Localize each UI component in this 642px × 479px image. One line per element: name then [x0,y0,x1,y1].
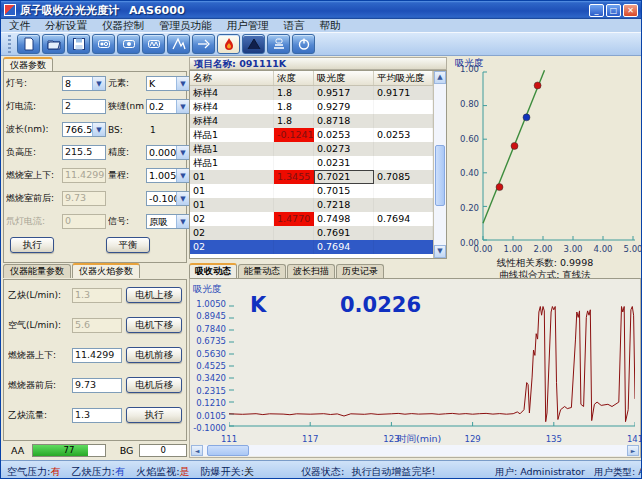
absorbance-peak-icon[interactable] [242,34,265,54]
lamp-current-input[interactable]: 2 [62,99,106,114]
calibration-panel: 吸光度 1.000.800.600.400.200.00 0.001.002.0… [449,57,641,281]
chevron-down-icon[interactable]: ▼ [176,215,189,228]
tab-energy-dynamics[interactable]: 能量动态 [238,264,286,278]
energy-icon[interactable] [142,34,165,54]
table-cell-name: 02 [190,240,274,254]
aa-label: AA [11,445,24,456]
app-icon [4,4,16,16]
chart-horizontal-scrollbar[interactable]: ◄ ► [191,445,639,456]
wavelength-peak-icon[interactable] [167,34,190,54]
range-label: 量程: [108,169,144,182]
col-name[interactable]: 名称 [190,71,274,85]
signal-select[interactable]: 原吸▼ [146,214,190,229]
table-cell-avg-absorbance: 0.0253 [374,128,433,142]
table-row[interactable]: 标样41.80.95170.9171 [190,86,433,100]
table-row[interactable]: 020.7694 [190,240,433,254]
save-icon[interactable] [67,34,90,54]
hv-input[interactable]: 215.5 [62,145,106,160]
chevron-down-icon[interactable]: ▼ [92,123,105,136]
application-window: 原子吸收分光光度计 AAS6000 _ □ ✕ 文件 分析设置 仪器控制 管理员… [0,0,642,479]
bg-label: BG [120,445,134,456]
instrument-params-panel: 灯号: 8▼ 元素: K▼ 灯电流: 2 狭缝(nm): 0.2▼ 波长(nm)… [3,71,187,263]
table-cell-concentration [274,184,314,198]
menu-help[interactable]: 帮助 [320,19,341,33]
motor-up-button[interactable]: 电机上移 [126,287,182,303]
motor-back-button[interactable]: 电机后移 [126,377,182,393]
maximize-button[interactable]: □ [606,4,621,17]
table-row[interactable]: 011.34550.70210.7085 [190,170,433,184]
col-absorbance[interactable]: 吸光度 [314,71,374,85]
precision-select[interactable]: 0.0000▼ [146,145,190,160]
menu-analysis-settings[interactable]: 分析设置 [45,19,87,33]
table-cell-concentration: -0.1241 [274,128,314,142]
title-bar: 原子吸收分光光度计 AAS6000 _ □ ✕ [1,1,641,19]
balance-button[interactable]: 平衡 [106,237,150,253]
col-concentration[interactable]: 浓度 [274,71,314,85]
toolbar-grip[interactable] [8,35,11,53]
scrollbar-thumb[interactable] [435,145,445,206]
tab-absorption-dynamics[interactable]: 吸收动态 [189,263,237,278]
table-row[interactable]: 010.7015 [190,184,433,198]
open-folder-icon[interactable] [42,34,65,54]
scroll-right-icon[interactable]: ► [627,445,639,456]
scroll-left-icon[interactable]: ◄ [191,445,203,456]
scrollbar-thumb[interactable] [207,445,249,456]
lamp-icon[interactable] [92,34,115,54]
lamp-no-select[interactable]: 8▼ [62,76,106,91]
element-select[interactable]: K▼ [146,76,190,91]
chevron-down-icon[interactable]: ▼ [176,100,189,113]
chevron-down-icon[interactable]: ▼ [176,192,189,205]
flame-icon[interactable] [217,34,240,54]
new-file-icon[interactable] [17,34,40,54]
offset-select[interactable]: -0.1000▼ [146,191,190,206]
motor-forward-button[interactable]: 电机前移 [126,347,182,363]
table-row[interactable]: 020.7691 [190,226,433,240]
burner-icon[interactable] [267,34,290,54]
bs-label: BS: [108,125,144,135]
acetylene-flow-input[interactable]: 1.3 [72,408,122,423]
beam-icon[interactable] [192,34,215,54]
table-row[interactable]: 010.7218 [190,198,433,212]
tab-wavelength-scan[interactable]: 波长扫描 [287,264,335,278]
wavelength-select[interactable]: 766.5▼ [62,122,106,137]
scroll-up-icon[interactable]: ▲ [434,71,446,84]
chevron-down-icon[interactable]: ▼ [176,169,189,182]
chevron-down-icon[interactable]: ▼ [176,77,189,90]
burner-fb-input[interactable]: 9.73 [72,378,122,393]
tab-history[interactable]: 历史记录 [336,264,384,278]
menu-file[interactable]: 文件 [9,19,30,33]
scroll-down-icon[interactable]: ▼ [434,245,446,258]
menu-admin-functions[interactable]: 管理员功能 [159,19,212,33]
minimize-button[interactable]: _ [589,4,604,17]
table-body: 标样41.80.95170.9171标样41.80.9279标样41.80.87… [190,86,433,254]
hollow-cathode-lamp-icon[interactable] [117,34,140,54]
execute-button[interactable]: 执行 [10,237,54,253]
menu-instrument-control[interactable]: 仪器控制 [102,19,144,33]
tab-instrument-params[interactable]: 仪器参数 [3,57,53,72]
table-vertical-scrollbar[interactable]: ▲ ▼ [433,71,446,258]
table-row[interactable]: 标样41.80.9279 [190,100,433,114]
cal-y-ticks: 1.000.800.600.400.200.00 [451,65,479,247]
slit-select[interactable]: 0.2▼ [146,99,190,114]
motor-down-button[interactable]: 电机下移 [126,317,182,333]
table-row[interactable]: 样品1-0.12410.02530.0253 [190,128,433,142]
chevron-down-icon[interactable]: ▼ [92,77,105,90]
table-row[interactable]: 样品10.0273 [190,142,433,156]
menu-user-management[interactable]: 用户管理 [227,19,269,33]
burner-ud-input[interactable]: 11.4299 [72,348,122,363]
table-row[interactable]: 021.47700.74980.7694 [190,212,433,226]
tab-energy-params[interactable]: 仪器能量参数 [3,264,71,278]
table-row[interactable]: 标样41.80.8718 [190,114,433,128]
range-select[interactable]: 1.0050▼ [146,168,190,183]
power-icon[interactable] [292,34,315,54]
tab-flame-params[interactable]: 仪器火焰参数 [72,263,140,278]
col-avg-absorbance[interactable]: 平均吸光度 [374,71,433,85]
chevron-down-icon[interactable]: ▼ [176,146,189,159]
table-row[interactable]: 样品10.0231 [190,156,433,170]
user-label: 用户: [495,466,517,477]
menu-language[interactable]: 语言 [284,19,305,33]
air-input: 5.6 [72,318,122,333]
instrument-status-value: 执行自动增益完毕! [352,466,436,477]
close-button[interactable]: ✕ [623,4,638,17]
flame-execute-button[interactable]: 执行 [126,407,182,423]
